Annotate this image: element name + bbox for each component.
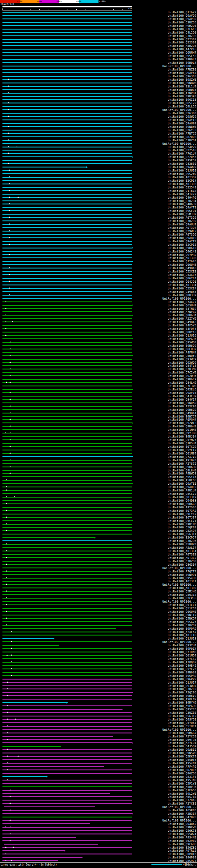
- hit-bar[interactable]: [2, 147, 132, 148]
- hit-label[interactable]: UniRef100_B9P9A9: [168, 627, 196, 630]
- hit-label[interactable]: UniRef100_Q494P6: [168, 196, 196, 199]
- hit-bar[interactable]: [2, 433, 132, 434]
- hit-label[interactable]: UniRef100_A4FNN4: [168, 351, 196, 354]
- hit-label[interactable]: UniRef100_C7ZD46: [168, 799, 196, 802]
- hit-bar[interactable]: [2, 348, 132, 349]
- hit-label[interactable]: UniRef100_UP1000...: [162, 108, 196, 112]
- hit-bar[interactable]: [2, 733, 132, 734]
- hit-bar[interactable]: [2, 93, 132, 94]
- hit-label[interactable]: UniRef100_A7NZB0: [168, 68, 196, 71]
- hit-bar[interactable]: [2, 786, 132, 787]
- hit-bar[interactable]: [2, 32, 132, 33]
- hit-label[interactable]: UniRef100_A0T3D2: [168, 176, 196, 179]
- hit-bar[interactable]: [2, 402, 132, 403]
- hit-bar[interactable]: [2, 49, 132, 50]
- hit-label[interactable]: UniRef100_Q9AUU1: [168, 223, 196, 226]
- hit-label[interactable]: UniRef100_A9TRL5: [168, 849, 196, 852]
- hit-bar[interactable]: [2, 834, 132, 834]
- hit-label[interactable]: UniRef100_A0T3D8: [168, 256, 196, 259]
- hit-bar[interactable]: [2, 352, 132, 353]
- hit-label[interactable]: UniRef100_Q9H6E9: [168, 378, 196, 381]
- hit-label[interactable]: UniRef100_B9RWE5: [168, 88, 196, 91]
- hit-bar[interactable]: [2, 796, 132, 797]
- hit-bar[interactable]: [2, 793, 110, 794]
- hit-bar[interactable]: [2, 830, 132, 831]
- hit-label[interactable]: UniRef100_B9H0L4: [168, 61, 196, 64]
- hit-bar[interactable]: [2, 130, 132, 130]
- hit-bar[interactable]: [2, 790, 132, 791]
- hit-label[interactable]: UniRef100_B3L1U9: [168, 85, 196, 88]
- hit-label[interactable]: UniRef100_C3UZD5: [168, 21, 196, 24]
- hit-label[interactable]: UniRef100_C4J5Q9: [168, 745, 196, 748]
- hit-label[interactable]: UniRef100_C5QFB2: [168, 526, 196, 529]
- hit-bar[interactable]: [2, 500, 132, 501]
- hit-bar[interactable]: [2, 530, 132, 531]
- hit-label[interactable]: UniRef100_Q9AV67: [168, 71, 196, 74]
- hit-bar[interactable]: [2, 634, 132, 636]
- hit-bar[interactable]: [2, 35, 132, 36]
- hit-label[interactable]: UniRef100_Q8GYF4: [168, 277, 196, 280]
- hit-bar[interactable]: [2, 305, 132, 306]
- hit-label[interactable]: UniRef100_A0T3E1: [168, 580, 196, 583]
- hit-label[interactable]: UniRef100_Q8GZD6: [168, 772, 196, 775]
- hit-bar[interactable]: [2, 412, 132, 413]
- hit-label[interactable]: UniRef100_Q01MS9: [168, 452, 196, 455]
- hit-bar[interactable]: [2, 446, 132, 447]
- hit-label[interactable]: UniRef100_B9S4H3: [168, 577, 196, 580]
- hit-bar[interactable]: [2, 466, 132, 467]
- hit-bar[interactable]: [4, 806, 95, 807]
- hit-bar[interactable]: [2, 716, 132, 716]
- hit-label[interactable]: UniRef100_B9N1T7: [168, 614, 196, 617]
- hit-bar[interactable]: [2, 271, 132, 272]
- hit-label[interactable]: UniRef100_A7F4P5: [168, 765, 196, 768]
- hit-bar[interactable]: [2, 773, 132, 774]
- hit-bar[interactable]: [2, 702, 66, 703]
- hit-label[interactable]: UniRef100_Q1T626: [168, 260, 196, 263]
- hit-label[interactable]: UniRef100_B9H6D9: [168, 344, 196, 347]
- hit-label[interactable]: UniRef100_Q831F6: [168, 775, 196, 778]
- hit-label[interactable]: UniRef100_Q9AYT2: [168, 240, 196, 243]
- hit-label[interactable]: UniRef100_C5YCS2: [168, 657, 196, 660]
- hit-label[interactable]: UniRef100_A2XC90: [168, 405, 196, 408]
- hit-label[interactable]: UniRef100_Q7U3M9: [168, 368, 196, 371]
- hit-bar[interactable]: [2, 302, 132, 302]
- hit-bar[interactable]: [2, 567, 132, 568]
- hit-label[interactable]: UniRef100_B9FYK7: [168, 513, 196, 516]
- hit-bar[interactable]: [2, 409, 132, 410]
- hit-bar[interactable]: [2, 514, 132, 515]
- hit-bar[interactable]: [2, 675, 132, 676]
- hit-bar[interactable]: [2, 578, 132, 579]
- hit-bar[interactable]: [2, 759, 132, 760]
- hit-bar[interactable]: [2, 706, 132, 706]
- hit-label[interactable]: UniRef100_Q8H6H4: [168, 314, 196, 317]
- hit-bar[interactable]: [2, 752, 132, 753]
- hit-bar[interactable]: [2, 490, 132, 491]
- hit-label[interactable]: UniRef100_H9M2U6: [168, 24, 196, 27]
- hit-bar[interactable]: [2, 382, 132, 383]
- hit-bar[interactable]: [2, 524, 132, 525]
- hit-bar[interactable]: [2, 99, 132, 100]
- hit-label[interactable]: UniRef100_Q9AU99: [168, 122, 196, 125]
- hit-label[interactable]: UniRef100_Q94DB8: [168, 499, 196, 502]
- hit-label[interactable]: UniRef100_B9NSW3: [168, 752, 196, 755]
- hit-label[interactable]: UniRef100_A9NW58: [168, 472, 196, 475]
- hit-bar[interactable]: [2, 648, 132, 649]
- hit-bar[interactable]: [2, 355, 132, 356]
- hit-label[interactable]: UniRef100_Q9AVR0: [168, 18, 196, 21]
- hit-label[interactable]: UniRef100_B2GYJ3: [168, 129, 196, 132]
- hit-bar[interactable]: [2, 749, 132, 750]
- hit-label[interactable]: UniRef100_B2CP14: [168, 179, 196, 182]
- hit-bar[interactable]: [2, 813, 132, 814]
- hit-label[interactable]: UniRef100_C5XXE5: [168, 273, 196, 277]
- hit-bar[interactable]: [2, 456, 132, 457]
- hit-label[interactable]: UniRef100_A0T3D4: [168, 284, 196, 287]
- hit-label[interactable]: UniRef100_UP1000...: [162, 728, 196, 731]
- hit-bar[interactable]: [2, 625, 132, 626]
- hit-bar[interactable]: [2, 25, 132, 26]
- hit-bar[interactable]: [2, 658, 132, 659]
- hit-bar[interactable]: [2, 493, 132, 494]
- hit-label[interactable]: UniRef100_Q9ATE1: [168, 482, 196, 485]
- hit-label[interactable]: UniRef100_A0T3D6: [168, 233, 196, 236]
- hit-label[interactable]: UniRef100_Q43650: [168, 162, 196, 165]
- hit-bar[interactable]: [2, 204, 132, 205]
